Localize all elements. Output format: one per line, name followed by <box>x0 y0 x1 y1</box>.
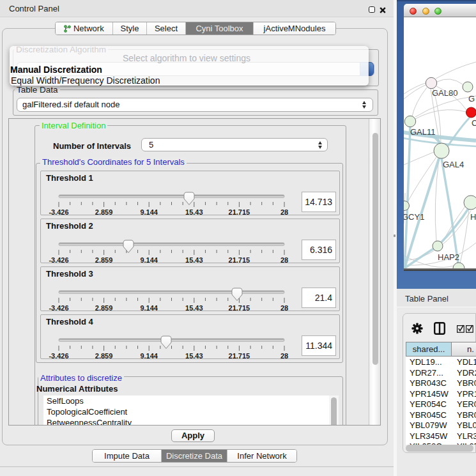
svg-text:GAL4: GAL4 <box>443 160 464 169</box>
svg-text:GCY1: GCY1 <box>404 212 424 222</box>
svg-text:GAL11: GAL11 <box>410 127 436 137</box>
svg-text:G: G <box>468 94 475 104</box>
svg-text:GAL80: GAL80 <box>432 88 457 98</box>
svg-text:H: H <box>470 212 476 222</box>
svg-text:HAP2: HAP2 <box>438 252 459 262</box>
svg-text:C: C <box>472 118 476 128</box>
